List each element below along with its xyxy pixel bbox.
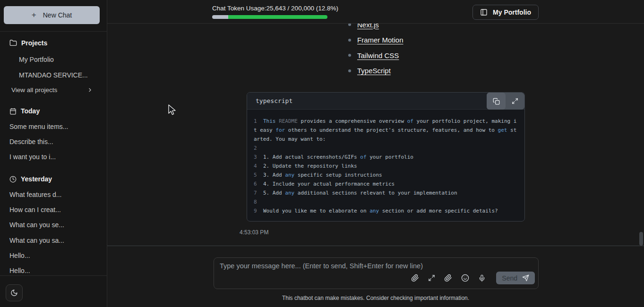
message-input-box: Send [214,257,539,289]
moon-icon [10,289,18,297]
bullet-icon [348,39,351,42]
send-icon [522,274,529,281]
message-timestamp: 4:53:03 PM [240,229,268,236]
code-block: typescript 1This README provides a compr… [247,92,525,222]
content-divider [107,246,644,246]
emoji-icon [461,274,469,282]
code-line: 42. Update the repository links [254,162,518,171]
list-item[interactable]: Tailwind CSS [348,51,404,59]
code-line: 8 [254,197,518,206]
mic-icon [478,274,486,282]
sidebar-section-yesterday: Yesterday [9,175,52,183]
list-item[interactable]: TypeScript [348,67,404,75]
chat-history-item[interactable]: What can you sa... [9,237,64,244]
list-item[interactable]: Framer Motion [348,36,404,44]
plus-icon: + [32,10,36,20]
attach-image-button[interactable] [444,274,452,282]
token-usage-progressbar [212,15,327,19]
code-line: 64. Include your actual performance metr… [254,179,518,188]
chat-history-item[interactable]: Describe this... [9,138,53,145]
chat-history-item[interactable]: Some menu items... [9,123,69,130]
progress-remaining-segment [228,15,327,19]
new-chat-label: New Chat [43,11,72,19]
code-line: t easy for others to understand the proj… [254,126,518,135]
paperclip-icon [444,274,452,282]
code-line: arted. You may want to: [254,135,518,144]
code-content: 1This README provides a comprehensive ov… [247,110,524,221]
my-portfolio-label: My Portfolio [493,9,531,16]
code-line: 31. Add actual screenshots/GIFs of your … [254,153,518,162]
theme-toggle-button[interactable] [6,284,23,301]
chat-history-item[interactable]: Hello... [9,252,30,259]
token-usage: Chat Token Usage:25,643 / 200,000 (12.8%… [212,5,328,19]
chevron-right-icon [87,87,93,93]
token-usage-label: Chat Token Usage:25,643 / 200,000 (12.8%… [212,5,328,12]
send-label: Send [502,274,517,282]
code-line: 53. Add any specific setup instructions [254,171,518,179]
expand-composer-button[interactable] [428,274,435,281]
link-typescript[interactable]: TypeScript [357,67,391,75]
code-line: 2 [254,144,518,153]
sidebar-divider [0,275,107,276]
today-header-label: Today [21,107,40,115]
code-line: 75. Add any additional sections relevant… [254,188,518,197]
sidebar-item-my-portfolio[interactable]: My Portfolio [19,56,54,63]
chat-history-item[interactable]: What can you se... [9,221,64,229]
scrollbar-thumb[interactable] [639,232,643,246]
bullet-icon [348,69,351,72]
code-line: 9Would you like me to elaborate on any s… [254,206,518,215]
progress-used-segment [212,15,228,19]
clock-icon [9,176,17,183]
sidebar-section-projects[interactable]: Projects [9,39,47,47]
sidebar-header: + New Chat [0,0,107,32]
code-language-label: typescript [247,97,292,104]
panel-left-icon [480,9,488,16]
sidebar: + New Chat Projects My Portfolio MTANDAO… [0,0,107,307]
new-chat-button[interactable]: + New Chat [4,6,100,24]
tech-links-list: Next.js Framer Motion Tailwind CSS TypeS… [348,21,404,82]
composer-tools: Send [411,272,535,284]
copy-code-button[interactable] [487,93,506,110]
mic-button[interactable] [478,274,486,282]
composer: Send This chatbot can make mistakes. Con… [107,246,644,307]
view-all-projects[interactable]: View all projects [11,86,57,94]
chat-area: Next.js Framer Motion Tailwind CSS TypeS… [107,0,644,246]
emoji-button[interactable] [461,274,469,282]
bullet-icon [348,54,351,57]
chat-history-item[interactable]: What features d... [9,191,62,198]
copy-icon [493,98,500,105]
yesterday-header-label: Yesterday [21,175,52,183]
sidebar-item-mtandao-service[interactable]: MTANDAO SERVICE... [19,71,88,79]
code-toolbar [487,93,524,110]
my-portfolio-button[interactable]: My Portfolio [472,5,539,20]
send-button[interactable]: Send [496,272,535,284]
attach-file-button[interactable] [411,274,419,282]
expand-icon [512,98,518,104]
expand-code-button[interactable] [506,93,524,110]
chat-history-item[interactable]: Hello... [9,267,30,274]
calendar-icon [9,108,17,115]
chat-history-item[interactable]: How can I creat... [9,206,61,213]
projects-header-label: Projects [21,39,47,47]
sidebar-section-today: Today [9,107,40,115]
link-framer-motion[interactable]: Framer Motion [357,36,404,44]
topbar: Chat Token Usage:25,643 / 200,000 (12.8%… [107,0,644,24]
folder-icon [9,39,17,47]
disclaimer-text: This chatbot can make mistakes. Consider… [107,295,644,301]
paperclip-icon [411,274,419,282]
expand-icon [428,274,435,281]
code-block-header: typescript [247,93,524,110]
code-line: 1This README provides a comprehensive ov… [254,117,518,126]
app-window: + New Chat Projects My Portfolio MTANDAO… [0,0,644,307]
chat-history-item[interactable]: I want you to i... [9,153,56,161]
link-tailwind-css[interactable]: Tailwind CSS [357,51,399,60]
